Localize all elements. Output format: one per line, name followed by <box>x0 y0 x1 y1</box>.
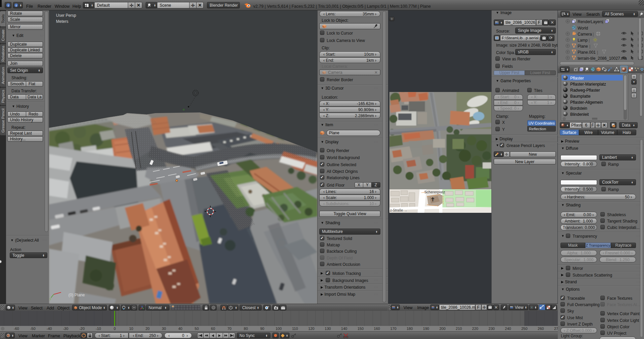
svg-text:-40: -40 <box>47 327 52 331</box>
svg-text:90: 90 <box>260 327 264 331</box>
svg-text:110: 110 <box>292 327 298 331</box>
svg-text:50: 50 <box>195 327 199 331</box>
svg-text:60: 60 <box>211 327 215 331</box>
svg-text:-50: -50 <box>30 327 36 331</box>
svg-text:Meters: Meters <box>56 19 68 24</box>
svg-text:-20: -20 <box>79 327 85 331</box>
svg-text:220: 220 <box>472 327 478 331</box>
svg-text:100: 100 <box>275 327 281 331</box>
svg-text:180: 180 <box>407 327 413 331</box>
svg-text:(0) Plane: (0) Plane <box>68 293 85 297</box>
svg-text:-60: -60 <box>14 327 19 331</box>
svg-text:120: 120 <box>308 327 314 331</box>
svg-text:Schererplatz: Schererplatz <box>424 190 445 194</box>
svg-text:40: 40 <box>178 327 182 331</box>
svg-text:230: 230 <box>489 327 495 331</box>
svg-text:250: 250 <box>521 327 527 331</box>
svg-text:270: 270 <box>554 327 558 331</box>
svg-text:z-Straße →: z-Straße → <box>390 208 407 212</box>
svg-text:240: 240 <box>505 327 511 331</box>
svg-text:80: 80 <box>244 327 248 331</box>
svg-text:160: 160 <box>374 327 380 331</box>
svg-text:130: 130 <box>325 327 331 331</box>
svg-text:200: 200 <box>439 327 445 331</box>
svg-text:260: 260 <box>538 327 544 331</box>
svg-text:-10: -10 <box>96 327 101 331</box>
svg-text:0: 0 <box>114 327 116 331</box>
svg-text:y: y <box>50 297 51 300</box>
svg-text:-30: -30 <box>63 327 68 331</box>
svg-text:i: i <box>8 4 9 7</box>
svg-text:70: 70 <box>227 327 231 331</box>
svg-text:140: 140 <box>341 327 347 331</box>
svg-text:20: 20 <box>146 327 150 331</box>
svg-text:10: 10 <box>129 327 133 331</box>
svg-text:User Persp: User Persp <box>56 13 76 18</box>
svg-text:210: 210 <box>456 327 462 331</box>
svg-text:170: 170 <box>390 327 396 331</box>
svg-text:30: 30 <box>162 327 166 331</box>
svg-text:190: 190 <box>423 327 429 331</box>
svg-text:✝: ✝ <box>430 196 435 203</box>
svg-text:150: 150 <box>358 327 364 331</box>
